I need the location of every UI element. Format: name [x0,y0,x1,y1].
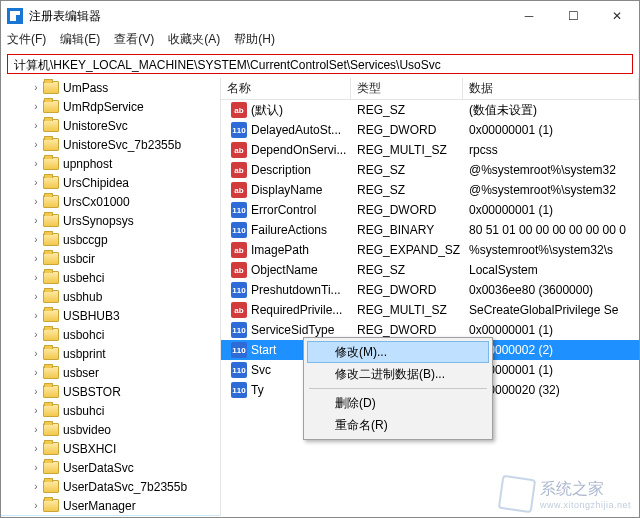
watermark-url: www.xitongzhijia.net [540,500,631,510]
context-rename[interactable]: 重命名(R) [307,414,489,436]
context-menu: 修改(M)... 修改二进制数据(B)... 删除(D) 重命名(R) [303,337,493,440]
expander-icon[interactable]: › [29,462,43,473]
value-name: ObjectName [251,263,318,277]
tree-item[interactable]: ›upnphost [1,154,220,173]
address-bar[interactable]: 计算机\HKEY_LOCAL_MACHINE\SYSTEM\CurrentCon… [7,54,633,74]
expander-icon[interactable]: › [29,82,43,93]
expander-icon[interactable]: › [29,500,43,511]
menu-file[interactable]: 文件(F) [7,31,46,51]
expander-icon[interactable]: › [29,424,43,435]
menu-view[interactable]: 查看(V) [114,31,154,51]
list-row[interactable]: 110ErrorControlREG_DWORD0x00000001 (1) [221,200,639,220]
string-value-icon: ab [231,302,247,318]
value-type: REG_DWORD [351,123,463,137]
list-row[interactable]: 110PreshutdownTi...REG_DWORD0x0036ee80 (… [221,280,639,300]
tree-item[interactable]: ›UrsCx01000 [1,192,220,211]
expander-icon[interactable]: › [29,253,43,264]
tree-item-label: UmRdpService [63,100,144,114]
expander-icon[interactable]: › [29,367,43,378]
expander-icon[interactable]: › [29,348,43,359]
tree-item[interactable]: ›USBXHCI [1,439,220,458]
minimize-button[interactable]: ─ [507,1,551,31]
expander-icon[interactable]: › [29,272,43,283]
binary-value-icon: 110 [231,382,247,398]
context-modify[interactable]: 修改(M)... [307,341,489,363]
tree-item-label: upnphost [63,157,112,171]
expander-icon[interactable]: › [29,443,43,454]
tree-view[interactable]: ›UmPass›UmRdpService›UnistoreSvc›Unistor… [1,78,221,516]
close-button[interactable]: ✕ [595,1,639,31]
value-type: REG_MULTI_SZ [351,303,463,317]
expander-icon[interactable]: › [29,177,43,188]
tree-item[interactable]: ›UrsSynopsys [1,211,220,230]
expander-icon[interactable]: › [29,405,43,416]
list-row[interactable]: abObjectNameREG_SZLocalSystem [221,260,639,280]
value-name: ImagePath [251,243,309,257]
value-type: REG_SZ [351,163,463,177]
folder-icon [43,347,59,360]
expander-icon[interactable]: › [29,196,43,207]
folder-icon [43,499,59,512]
list-row[interactable]: abDescriptionREG_SZ@%systemroot%\system3… [221,160,639,180]
tree-item[interactable]: ›UrsChipidea [1,173,220,192]
expander-icon[interactable]: › [29,329,43,340]
expander-icon[interactable]: › [29,310,43,321]
value-name: Description [251,163,311,177]
tree-item[interactable]: ›USBSTOR [1,382,220,401]
menu-favorites[interactable]: 收藏夹(A) [168,31,220,51]
expander-icon[interactable]: › [29,481,43,492]
column-data[interactable]: 数据 [463,78,639,99]
folder-icon [43,423,59,436]
tree-item[interactable]: ›usbuhci [1,401,220,420]
list-row[interactable]: abImagePathREG_EXPAND_SZ%systemroot%\sys… [221,240,639,260]
tree-item[interactable]: ›usbser [1,363,220,382]
list-row[interactable]: abRequiredPrivile...REG_MULTI_SZSeCreate… [221,300,639,320]
expander-icon[interactable]: › [29,215,43,226]
string-value-icon: ab [231,182,247,198]
list-view[interactable]: 名称 类型 数据 ab(默认)REG_SZ(数值未设置)110DelayedAu… [221,78,639,516]
tree-item[interactable]: ›usbccgp [1,230,220,249]
tree-item[interactable]: ›UserDataSvc [1,458,220,477]
context-modify-binary[interactable]: 修改二进制数据(B)... [307,363,489,385]
list-row[interactable]: 110FailureActionsREG_BINARY80 51 01 00 0… [221,220,639,240]
menu-edit[interactable]: 编辑(E) [60,31,100,51]
tree-item[interactable]: ›UserManager [1,496,220,515]
tree-item[interactable]: ›UmRdpService [1,97,220,116]
column-type[interactable]: 类型 [351,78,463,99]
tree-item[interactable]: ›usbcir [1,249,220,268]
tree-item[interactable]: ›UnistoreSvc [1,116,220,135]
tree-item[interactable]: ›UserDataSvc_7b2355b [1,477,220,496]
tree-item[interactable]: ›UnistoreSvc_7b2355b [1,135,220,154]
tree-item-label: usbohci [63,328,104,342]
expander-icon[interactable]: › [29,386,43,397]
context-delete[interactable]: 删除(D) [307,392,489,414]
maximize-button[interactable]: ☐ [551,1,595,31]
expander-icon[interactable]: › [29,158,43,169]
tree-item[interactable]: ⌄UsoSvc [1,515,220,516]
list-row[interactable]: 110DelayedAutoSt...REG_DWORD0x00000001 (… [221,120,639,140]
menu-help[interactable]: 帮助(H) [234,31,275,51]
expander-icon[interactable]: › [29,120,43,131]
tree-item[interactable]: ›usbehci [1,268,220,287]
list-row[interactable]: abDisplayNameREG_SZ@%systemroot%\system3… [221,180,639,200]
tree-item[interactable]: ›usbohci [1,325,220,344]
tree-item[interactable]: ›USBHUB3 [1,306,220,325]
tree-item[interactable]: ›usbvideo [1,420,220,439]
expander-icon[interactable]: › [29,291,43,302]
tree-item[interactable]: ›usbprint [1,344,220,363]
expander-icon[interactable]: › [29,234,43,245]
value-type: REG_DWORD [351,203,463,217]
column-name[interactable]: 名称 [221,78,351,99]
expander-icon[interactable]: › [29,139,43,150]
folder-icon [43,81,59,94]
value-type: REG_SZ [351,183,463,197]
tree-item[interactable]: ›usbhub [1,287,220,306]
titlebar: 注册表编辑器 ─ ☐ ✕ [1,1,639,31]
tree-item[interactable]: ›UmPass [1,78,220,97]
expander-icon[interactable]: › [29,101,43,112]
list-row[interactable]: abDependOnServi...REG_MULTI_SZrpcss [221,140,639,160]
value-data: 0x00000001 (1) [463,323,639,337]
folder-icon [43,252,59,265]
list-row[interactable]: ab(默认)REG_SZ(数值未设置) [221,100,639,120]
value-data: SeCreateGlobalPrivilege Se [463,303,639,317]
